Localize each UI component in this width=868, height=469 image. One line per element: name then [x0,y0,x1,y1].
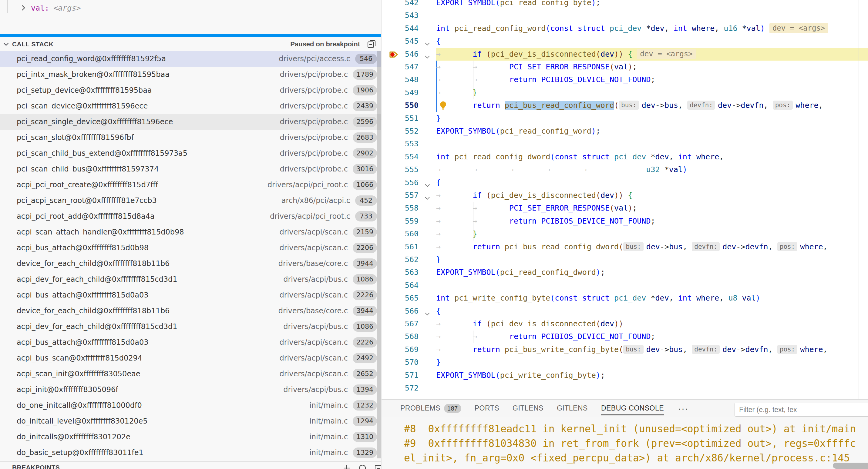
fold-chevron-icon[interactable] [423,51,431,63]
line-number[interactable]: 571 [381,369,418,382]
line-number[interactable]: 547 [381,61,418,73]
line-number[interactable]: 548 [381,73,418,86]
code-line[interactable]: → → → → → u32 *val) [436,163,868,176]
call-stack-header[interactable]: CALL STACK Paused on breakpoint [0,37,381,51]
stack-frame[interactable]: acpi_dev_for_each_child@0xffffffff815cd3… [0,271,381,287]
line-number[interactable]: 556 [381,176,418,189]
code-line[interactable] [436,382,868,395]
line-number[interactable]: 569 [381,343,418,356]
line-number[interactable]: 553 [381,138,418,150]
code-line[interactable]: { [436,35,868,47]
stack-frame[interactable]: acpi_bus_attach@0xffffffff815d0a03driver… [0,287,381,303]
variable-row-val[interactable]: val: <args> [0,1,381,15]
stack-frame[interactable]: pci_scan_child_bus_extend@0xffffffff8159… [0,145,381,161]
line-number[interactable]: 555 [381,163,418,176]
line-number[interactable]: 565 [381,292,418,304]
panel-tab-problems[interactable]: PROBLEMS187 [400,400,461,417]
line-number[interactable]: 563 [381,266,418,279]
stack-frame[interactable]: pci_acpi_scan_root@0xffffffff81e7ccb3arc… [0,193,381,208]
stack-frame[interactable]: acpi_pci_root_create@0xffffffff815d7fffd… [0,177,381,193]
line-number[interactable]: 567 [381,317,418,330]
code-line[interactable]: → → return PCIBIOS_DEVICE_NOT_FOUND; [436,215,868,228]
stack-frame[interactable]: device_for_each_child@0xffffffff818b11b6… [0,256,381,271]
code-line[interactable]: → → return PCIBIOS_DEVICE_NOT_FOUND; [436,330,868,343]
code-line[interactable] [436,138,868,150]
fold-chevron-icon[interactable] [423,179,431,192]
line-number[interactable]: 545 [381,35,418,47]
code-line[interactable]: } [436,112,868,125]
stack-frame[interactable]: do_basic_setup@0xffffffff83011fe1init/ma… [0,445,381,461]
stack-frame[interactable]: pci_scan_single_device@0xffffffff81596ec… [0,114,381,130]
debug-console-output[interactable]: #8 0xffffffff81eadc11 in kernel_init (un… [381,417,868,469]
stack-frame[interactable]: acpi_bus_scan@0xffffffff815d0294drivers/… [0,350,381,366]
code-line[interactable]: → if (pci_dev_is_disconnected(dev)) [436,317,868,330]
code-line[interactable]: int pci_read_config_word(const struct pc… [436,22,868,35]
stack-frame[interactable]: device_for_each_child@0xffffffff818b11b6… [0,303,381,319]
code-editor[interactable]: 5425435445455465475485495505515525535545… [381,0,868,399]
code-line[interactable]: EXPORT_SYMBOL(pci_read_config_word); [436,125,868,138]
remove-all-breakpoints-icon[interactable] [374,464,381,469]
stack-frame[interactable]: acpi_bus_attach@0xffffffff815d0b98driver… [0,240,381,256]
stack-frame[interactable]: acpi_init@0xffffffff8305096fdrivers/acpi… [0,382,381,398]
stack-frame[interactable]: pci_read_config_word@0xffffffff81592f5ad… [0,51,381,67]
code-line[interactable]: → if (pci_dev_is_disconnected(dev)) { [436,189,868,202]
stack-frame[interactable]: do_one_initcall@0xffffffff81000df0init/m… [0,398,381,413]
line-number[interactable]: 560 [381,228,418,240]
stack-frame[interactable]: acpi_dev_for_each_child@0xffffffff815cd3… [0,319,381,334]
code-line[interactable]: int pci_read_config_dword(const struct p… [436,150,868,163]
code-line[interactable]: → return pci_bus_write_config_byte(bus:d… [436,343,868,356]
line-number[interactable]: 564 [381,279,418,292]
stack-frame[interactable]: acpi_scan_attach_handler@0xffffffff815d0… [0,224,381,240]
stack-frame[interactable]: acpi_pci_root_add@0xffffffff815d8a4adriv… [0,208,381,224]
line-number[interactable]: 549 [381,86,418,99]
code-line[interactable]: EXPORT_SYMBOL(pci_write_config_byte); [436,369,868,382]
code-line[interactable] [436,9,868,22]
collapse-all-icon[interactable] [367,39,376,49]
code-line[interactable]: } [436,356,868,369]
call-stack-scrollbar[interactable] [377,51,381,459]
code-line[interactable] [436,279,868,292]
stack-frame[interactable]: pci_intx_mask_broken@0xffffffff81595baad… [0,67,381,82]
line-number[interactable]: 557 [381,189,418,202]
console-filter-input[interactable] [735,403,868,416]
stack-frame[interactable]: pci_scan_device@0xffffffff81596ecedriver… [0,98,381,114]
line-number[interactable]: 566 [381,305,418,317]
fold-column[interactable] [422,0,436,399]
breakpoint-hit-icon[interactable] [388,49,399,60]
chevron-down-icon[interactable] [2,41,10,48]
line-number[interactable]: 543 [381,9,418,22]
code-line[interactable]: { [436,305,868,317]
line-number[interactable]: 554 [381,150,418,163]
code-line[interactable]: → } [436,86,868,99]
line-number[interactable]: 558 [381,202,418,214]
stack-frame[interactable]: pci_scan_child_bus@0xffffffff81597374dri… [0,161,381,177]
line-number[interactable]: 572 [381,382,418,395]
line-number[interactable]: 562 [381,253,418,266]
code-line[interactable]: EXPORT_SYMBOL(pci_read_config_dword); [436,266,868,279]
code-line[interactable]: → return pci_bus_read_config_dword(bus:d… [436,240,868,253]
code-line[interactable]: → → PCI_SET_ERROR_RESPONSE(val); [436,61,868,73]
line-number[interactable]: 561 [381,240,418,253]
line-number[interactable]: 550 [381,99,418,112]
line-number[interactable]: 544 [381,22,418,35]
code-line[interactable]: } [436,253,868,266]
code-line[interactable]: { [436,176,868,189]
line-number[interactable]: 542 [381,0,418,9]
stack-frame[interactable]: pci_setup_device@0xffffffff81595baadrive… [0,82,381,98]
line-number[interactable]: 568 [381,330,418,343]
code-line[interactable]: int pci_write_config_byte(const struct p… [436,292,868,304]
breakpoints-section[interactable]: BREAKPOINTS [0,462,381,469]
stack-frame[interactable]: acpi_bus_attach@0xffffffff815d0a03driver… [0,334,381,350]
panel-tab-debug-console[interactable]: DEBUG CONSOLE [601,400,664,417]
stack-frame[interactable]: pci_scan_slot@0xffffffff81596fbfdrivers/… [0,130,381,145]
stack-frame[interactable]: do_initcalls@0xffffffff8301202einit/main… [0,429,381,445]
line-number[interactable]: 551 [381,112,418,125]
chevron-right-icon[interactable] [20,4,27,12]
fold-chevron-icon[interactable] [423,192,431,204]
more-tabs-icon[interactable]: ··· [678,403,689,413]
line-number[interactable]: 570 [381,356,418,369]
code-content[interactable]: EXPORT_SYMBOL(pci_read_config_byte);int … [436,0,868,399]
code-line[interactable]: EXPORT_SYMBOL(pci_read_config_byte); [436,0,868,9]
stack-frame[interactable]: do_initcall_level@0xffffffff830120e5init… [0,413,381,429]
code-line[interactable]: → → return PCIBIOS_DEVICE_NOT_FOUND; [436,73,868,86]
